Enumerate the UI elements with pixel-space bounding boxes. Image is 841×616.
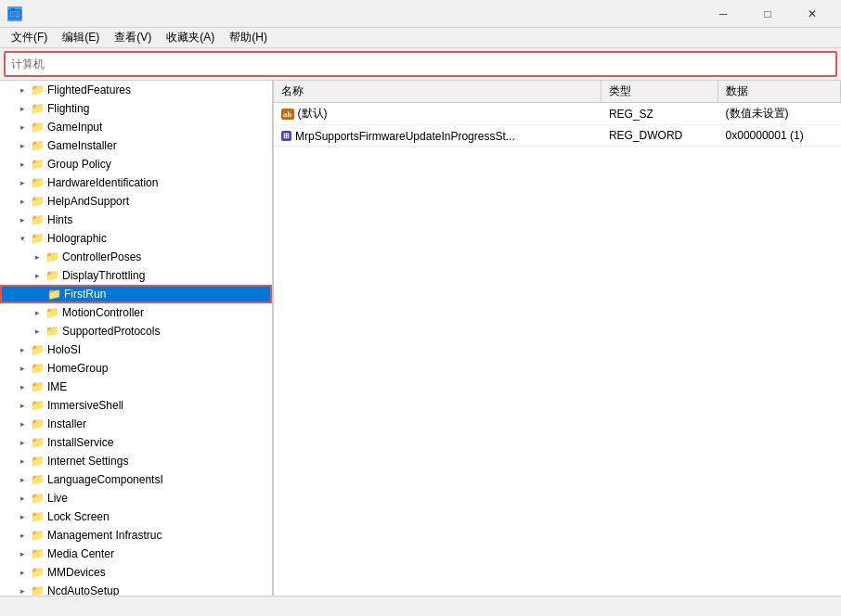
- folder-icon-gameinput: [30, 120, 45, 135]
- folder-icon-helpandsupport: [30, 194, 45, 209]
- tree-item-flightedfeatures[interactable]: FlightedFeatures: [0, 81, 272, 99]
- tree-item-ncdautosettup[interactable]: NcdAutoSetup: [0, 582, 272, 596]
- title-bar-controls[interactable]: ─ □ ✕: [702, 0, 834, 28]
- folder-icon-supportedprotocols: [45, 324, 59, 339]
- expand-btn-holosi[interactable]: [15, 342, 30, 357]
- address-label: 计算机: [11, 57, 45, 72]
- tree-label-flightedfeatures: FlightedFeatures: [47, 83, 131, 96]
- menu-favorites[interactable]: 收藏夹(A): [159, 28, 222, 47]
- tree-label-gameinstaller: GameInstaller: [47, 139, 117, 152]
- expand-btn-managementinfra[interactable]: [15, 528, 30, 543]
- tree-item-hardwareid[interactable]: HardwareIdentification: [0, 173, 272, 192]
- tree-item-managementinfra[interactable]: Management Infrastruc: [0, 526, 272, 545]
- tree-item-internetsettings[interactable]: Internet Settings: [0, 452, 272, 470]
- reg-type-0: REG_SZ: [602, 103, 718, 125]
- expand-btn-helpandsupport[interactable]: [15, 194, 30, 209]
- tree-item-holosi[interactable]: HoloSI: [0, 340, 272, 359]
- reg-row-1[interactable]: ⊞ MrpSupportsFirmwareUpdateInProgressSt.…: [274, 125, 841, 147]
- expand-btn-holographic[interactable]: [15, 231, 30, 246]
- tree-item-hints[interactable]: Hints: [0, 211, 272, 229]
- tree-item-installservice[interactable]: InstallService: [0, 433, 272, 452]
- tree-label-immersiveshell: ImmersiveShell: [47, 399, 123, 412]
- expand-btn-ncdautosettup[interactable]: [15, 584, 30, 596]
- expand-btn-ime[interactable]: [15, 379, 30, 394]
- expand-btn-gameinput[interactable]: [15, 120, 30, 135]
- expand-btn-firstrun[interactable]: [32, 287, 46, 302]
- address-bar[interactable]: 计算机: [4, 51, 837, 77]
- folder-icon-motioncontroller: [45, 305, 59, 320]
- maximize-button[interactable]: □: [746, 0, 789, 28]
- folder-icon-hardwareid: [30, 175, 45, 190]
- tree-label-flighting: Flighting: [47, 102, 89, 115]
- menu-help[interactable]: 帮助(H): [222, 28, 275, 47]
- folder-icon-controllerposes: [45, 250, 59, 264]
- tree-item-live[interactable]: Live: [0, 489, 272, 507]
- tree-item-supportedprotocols[interactable]: SupportedProtocols: [0, 322, 272, 340]
- tree-item-gameinput[interactable]: GameInput: [0, 118, 272, 136]
- tree-item-ime[interactable]: IME: [0, 378, 272, 396]
- reg-row-0[interactable]: ab (默认)REG_SZ(数值未设置): [274, 103, 841, 125]
- menu-edit[interactable]: 编辑(E): [55, 28, 107, 47]
- folder-icon-immersiveshell: [30, 398, 45, 413]
- expand-btn-gameinstaller[interactable]: [15, 138, 30, 153]
- expand-btn-flightedfeatures[interactable]: [15, 83, 30, 97]
- tree-label-installer: Installer: [47, 417, 86, 430]
- expand-btn-hardwareid[interactable]: [15, 175, 30, 190]
- expand-btn-internetsettings[interactable]: [15, 454, 30, 468]
- tree-item-grouppolicy[interactable]: Group Policy: [0, 155, 272, 173]
- expand-btn-installservice[interactable]: [15, 435, 30, 450]
- reg-name-0: ab (默认): [274, 103, 602, 125]
- tree-item-homegroup[interactable]: HomeGroup: [0, 359, 272, 378]
- tree-panel[interactable]: FlightedFeaturesFlightingGameInputGameIn…: [0, 81, 274, 596]
- expand-btn-homegroup[interactable]: [15, 361, 30, 376]
- tree-item-mediacenter[interactable]: Media Center: [0, 545, 272, 563]
- registry-table: 名称 类型 数据 ab (默认)REG_SZ(数值未设置)⊞ MrpSuppor…: [274, 81, 841, 147]
- tree-item-helpandsupport[interactable]: HelpAndSupport: [0, 192, 272, 211]
- tree-item-firstrun[interactable]: FirstRun: [0, 285, 272, 303]
- menu-file[interactable]: 文件(F): [4, 28, 55, 47]
- expand-btn-lockscreen[interactable]: [15, 509, 30, 524]
- main-area: FlightedFeaturesFlightingGameInputGameIn…: [0, 80, 841, 596]
- tree-item-languagecomponents[interactable]: LanguageComponentsI: [0, 470, 272, 489]
- tree-item-mmdevices[interactable]: MMDevices: [0, 563, 272, 582]
- close-button[interactable]: ✕: [791, 0, 834, 28]
- tree-item-flighting[interactable]: Flighting: [0, 99, 272, 118]
- folder-icon-lockscreen: [30, 509, 45, 524]
- regedit-icon: [7, 6, 22, 21]
- expand-btn-languagecomponents[interactable]: [15, 472, 30, 487]
- minimize-button[interactable]: ─: [702, 0, 744, 28]
- expand-btn-live[interactable]: [15, 491, 30, 506]
- folder-icon-homegroup: [30, 361, 45, 376]
- expand-btn-mmdevices[interactable]: [15, 565, 30, 580]
- tree-item-gameinstaller[interactable]: GameInstaller: [0, 136, 272, 155]
- tree-item-motioncontroller[interactable]: MotionController: [0, 303, 272, 322]
- tree-item-displaythrottling[interactable]: DisplayThrottling: [0, 266, 272, 285]
- tree-label-gameinput: GameInput: [47, 121, 102, 134]
- tree-label-hardwareid: HardwareIdentification: [47, 176, 158, 189]
- tree-item-controllerposes[interactable]: ControllerPoses: [0, 248, 272, 266]
- tree-item-lockscreen[interactable]: Lock Screen: [0, 507, 272, 526]
- expand-btn-mediacenter[interactable]: [15, 546, 30, 561]
- expand-btn-installer[interactable]: [15, 417, 30, 431]
- tree-label-firstrun: FirstRun: [64, 288, 106, 301]
- expand-btn-controllerposes[interactable]: [30, 250, 45, 264]
- col-data: 数据: [718, 81, 841, 103]
- expand-btn-motioncontroller[interactable]: [30, 305, 45, 320]
- tree-item-installer[interactable]: Installer: [0, 415, 272, 433]
- expand-btn-grouppolicy[interactable]: [15, 157, 30, 172]
- tree-label-holographic: Holographic: [47, 232, 107, 245]
- folder-icon-hints: [30, 212, 45, 227]
- folder-icon-mmdevices: [30, 565, 45, 580]
- expand-btn-hints[interactable]: [15, 212, 30, 227]
- menu-view[interactable]: 查看(V): [107, 28, 159, 47]
- tree-label-grouppolicy: Group Policy: [47, 158, 111, 171]
- menu-bar: 文件(F) 编辑(E) 查看(V) 收藏夹(A) 帮助(H): [0, 28, 841, 48]
- tree-item-holographic[interactable]: Holographic: [0, 229, 272, 248]
- expand-btn-immersiveshell[interactable]: [15, 398, 30, 413]
- reg-data-1: 0x00000001 (1): [718, 125, 841, 147]
- folder-icon-firstrun: [46, 287, 61, 302]
- expand-btn-displaythrottling[interactable]: [30, 268, 45, 283]
- expand-btn-flighting[interactable]: [15, 101, 30, 116]
- expand-btn-supportedprotocols[interactable]: [30, 324, 45, 339]
- tree-item-immersiveshell[interactable]: ImmersiveShell: [0, 396, 272, 415]
